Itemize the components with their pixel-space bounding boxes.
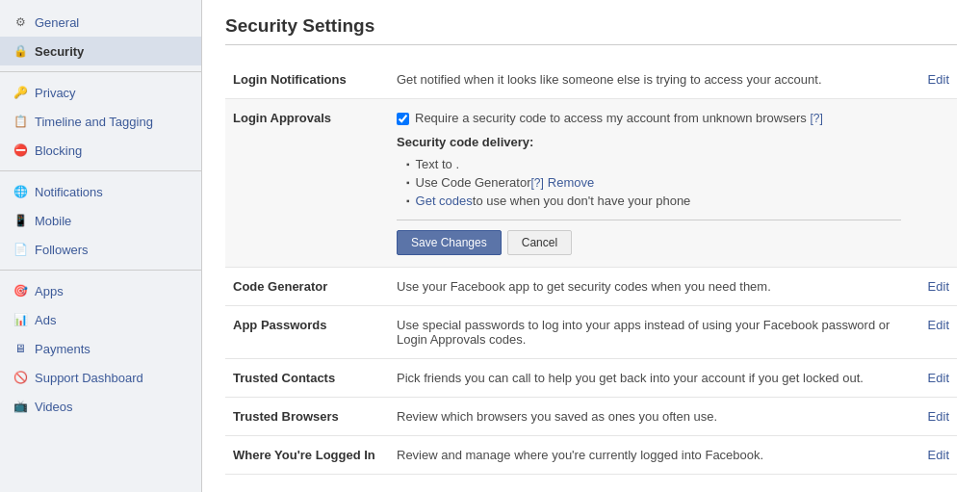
app-passwords-edit[interactable]: Edit — [909, 306, 957, 359]
delivery-item-text: Use Code Generator — [416, 175, 531, 190]
login-notifications-edit[interactable]: Edit — [909, 61, 957, 99]
main-content: Security Settings Login Notifications Ge… — [202, 0, 980, 492]
sidebar-label-general: General — [35, 15, 79, 30]
code-generator-edit-link[interactable]: Edit — [928, 279, 949, 294]
list-item: Use Code Generator [?] Remove — [406, 173, 901, 192]
sidebar-item-payments[interactable]: 🖥 Payments — [0, 334, 201, 363]
login-approvals-checkbox[interactable] — [397, 113, 409, 125]
divider-1 — [0, 71, 201, 72]
sidebar-item-mobile[interactable]: 📱 Mobile — [0, 206, 201, 235]
blocking-icon: ⛔ — [12, 142, 29, 159]
sidebar-label-blocking: Blocking — [35, 143, 82, 158]
login-approvals-label: Login Approvals — [225, 99, 389, 268]
deactivate-link[interactable]: Deactivate your account. — [233, 482, 386, 492]
where-logged-in-description: Review and manage where you're currently… — [389, 436, 909, 475]
support-icon: 🚫 — [12, 369, 29, 386]
sidebar-item-general[interactable]: ⚙ General — [0, 8, 201, 37]
trusted-contacts-edit[interactable]: Edit — [909, 359, 957, 398]
table-row: Code Generator Use your Facebook app to … — [225, 268, 957, 306]
page-title: Security Settings — [225, 15, 957, 45]
delivery-item-text: Text to . — [416, 157, 460, 171]
trusted-browsers-description: Review which browsers you saved as ones … — [389, 398, 909, 436]
ads-icon: 📊 — [12, 311, 29, 328]
sidebar-item-security[interactable]: 🔒 Security — [0, 37, 201, 65]
app-passwords-label: App Passwords — [225, 306, 389, 359]
action-buttons: Save Changes Cancel — [397, 220, 901, 255]
delivery-item-suffix: to use when you don't have your phone — [473, 194, 691, 208]
checkbox-row: Require a security code to access my acc… — [397, 111, 901, 125]
trusted-contacts-label: Trusted Contacts — [225, 359, 389, 398]
sidebar-label-videos: Videos — [35, 400, 73, 414]
remove-link[interactable]: Remove — [548, 175, 594, 190]
sidebar-label-mobile: Mobile — [35, 214, 71, 228]
save-changes-button[interactable]: Save Changes — [397, 230, 502, 255]
gear-icon: ⚙ — [12, 13, 29, 31]
deactivate-row: Deactivate your account. — [225, 475, 957, 492]
sidebar-item-blocking[interactable]: ⛔ Blocking — [0, 136, 201, 165]
login-notifications-edit-link[interactable]: Edit — [928, 72, 949, 87]
divider-3 — [0, 270, 201, 271]
trusted-browsers-label: Trusted Browsers — [225, 398, 389, 436]
sidebar-label-followers: Followers — [35, 243, 89, 257]
settings-table: Login Notifications Get notified when it… — [225, 61, 957, 475]
sidebar-item-privacy[interactable]: 🔑 Privacy — [0, 78, 201, 107]
table-row: Trusted Contacts Pick friends you can ca… — [225, 359, 957, 398]
trusted-contacts-edit-link[interactable]: Edit — [928, 371, 949, 385]
list-item: Get codes to use when you don't have you… — [406, 192, 901, 210]
sidebar: ⚙ General 🔒 Security 🔑 Privacy 📋 Timelin… — [0, 0, 202, 492]
login-approvals-edit-cell — [909, 99, 957, 268]
sidebar-label-support: Support Dashboard — [35, 371, 143, 385]
code-generator-description: Use your Facebook app to get security co… — [389, 268, 909, 306]
sidebar-item-notifications[interactable]: 🌐 Notifications — [0, 177, 201, 206]
divider-2 — [0, 170, 201, 171]
sidebar-item-timeline[interactable]: 📋 Timeline and Tagging — [0, 107, 201, 136]
apps-icon: 🎯 — [12, 282, 29, 299]
trusted-browsers-edit-link[interactable]: Edit — [928, 409, 949, 424]
security-code-delivery-label: Security code delivery: — [397, 135, 901, 149]
app-passwords-description: Use special passwords to log into your a… — [389, 306, 909, 359]
sidebar-label-security: Security — [35, 44, 84, 59]
timeline-icon: 📋 — [12, 113, 29, 130]
login-notifications-label: Login Notifications — [225, 61, 389, 99]
login-approvals-checkbox-label: Require a security code to access my acc… — [415, 111, 823, 125]
sidebar-item-support[interactable]: 🚫 Support Dashboard — [0, 363, 201, 392]
get-codes-link[interactable]: Get codes — [416, 194, 473, 208]
sidebar-item-videos[interactable]: 📺 Videos — [0, 392, 201, 421]
where-logged-in-label: Where You're Logged In — [225, 436, 389, 475]
where-logged-in-edit[interactable]: Edit — [909, 436, 957, 475]
sidebar-label-notifications: Notifications — [35, 185, 103, 199]
table-row: Login Notifications Get notified when it… — [225, 61, 957, 99]
login-approvals-content: Require a security code to access my acc… — [389, 99, 909, 268]
sidebar-item-ads[interactable]: 📊 Ads — [0, 305, 201, 334]
followers-icon: 📄 — [12, 241, 29, 258]
table-row: Trusted Browsers Review which browsers y… — [225, 398, 957, 436]
table-row: App Passwords Use special passwords to l… — [225, 306, 957, 359]
sidebar-label-timeline: Timeline and Tagging — [35, 115, 153, 129]
sidebar-label-privacy: Privacy — [35, 86, 76, 100]
sidebar-label-apps: Apps — [35, 284, 64, 298]
shield-icon: 🔒 — [12, 42, 29, 60]
sidebar-item-apps[interactable]: 🎯 Apps — [0, 276, 201, 305]
table-row: Login Approvals Require a security code … — [225, 99, 957, 268]
cancel-button[interactable]: Cancel — [507, 230, 572, 255]
sidebar-label-payments: Payments — [35, 342, 90, 356]
code-generator-question-link[interactable]: [?] — [531, 176, 544, 190]
list-item: Text to . — [406, 155, 901, 173]
trusted-browsers-edit[interactable]: Edit — [909, 398, 957, 436]
code-generator-label: Code Generator — [225, 268, 389, 306]
trusted-contacts-description: Pick friends you can call to help you ge… — [389, 359, 909, 398]
login-approvals-question-link[interactable]: [?] — [810, 112, 822, 125]
where-logged-in-edit-link[interactable]: Edit — [928, 448, 949, 462]
notifications-icon: 🌐 — [12, 183, 29, 200]
sidebar-item-followers[interactable]: 📄 Followers — [0, 235, 201, 264]
sidebar-label-ads: Ads — [35, 313, 56, 327]
code-generator-edit[interactable]: Edit — [909, 268, 957, 306]
table-row: Where You're Logged In Review and manage… — [225, 436, 957, 475]
login-notifications-description: Get notified when it looks like someone … — [389, 61, 909, 99]
app-passwords-edit-link[interactable]: Edit — [928, 318, 949, 332]
payments-icon: 🖥 — [12, 340, 29, 357]
videos-icon: 📺 — [12, 398, 29, 415]
mobile-icon: 📱 — [12, 212, 29, 229]
privacy-icon: 🔑 — [12, 84, 29, 101]
delivery-list: Text to . Use Code Generator [?] Remove … — [397, 155, 901, 210]
